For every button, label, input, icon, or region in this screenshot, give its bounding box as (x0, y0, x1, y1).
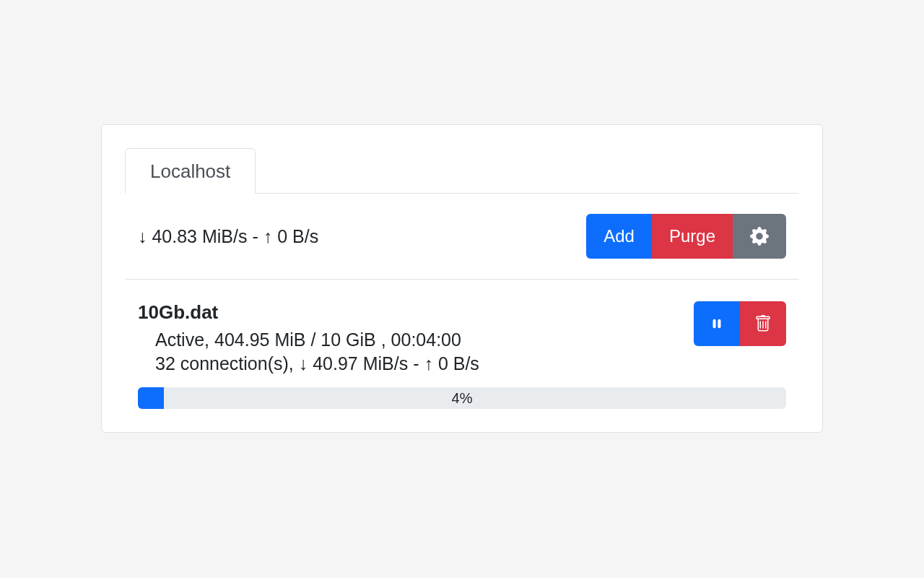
download-status-line: Active, 404.95 MiB / 10 GiB , 00:04:00 (155, 329, 479, 350)
download-item-actions (694, 301, 786, 346)
upload-arrow-icon: ↑ (263, 226, 273, 246)
pause-icon (709, 316, 725, 332)
progress-bar-track: 4 % (138, 387, 786, 409)
add-button[interactable]: Add (586, 214, 652, 259)
tab-bar: Localhost (125, 148, 799, 194)
trash-icon (754, 315, 772, 332)
download-manager-card: Localhost ↓ 40.83 MiB/s - ↑ 0 B/s Add Pu… (101, 124, 823, 433)
download-connections-line: 32 connection(s), ↓ 40.97 MiB/s - ↑ 0 B/… (155, 353, 479, 374)
global-speed-text: ↓ 40.83 MiB/s - ↑ 0 B/s (138, 226, 318, 247)
settings-button[interactable] (733, 214, 786, 259)
pause-button[interactable] (694, 301, 740, 346)
gear-icon (750, 227, 769, 246)
global-down-rate: 40.83 MiB/s (152, 226, 247, 246)
toolbar-button-group: Add Purge (586, 214, 786, 259)
download-arrow-icon: ↓ (138, 226, 147, 246)
summary-row: ↓ 40.83 MiB/s - ↑ 0 B/s Add Purge (125, 194, 799, 280)
download-item-header: 10Gb.dat Active, 404.95 MiB / 10 GiB , 0… (138, 301, 786, 377)
download-filename: 10Gb.dat (138, 301, 479, 324)
progress-percent-label: 4 % (138, 387, 786, 409)
delete-button[interactable] (740, 301, 786, 346)
tab-localhost[interactable]: Localhost (125, 148, 256, 194)
download-item: 10Gb.dat Active, 404.95 MiB / 10 GiB , 0… (125, 280, 799, 409)
purge-button[interactable]: Purge (652, 214, 733, 259)
download-arrow-icon: ↓ (299, 353, 308, 374)
global-up-rate: 0 B/s (277, 226, 318, 246)
upload-arrow-icon: ↑ (424, 353, 433, 374)
